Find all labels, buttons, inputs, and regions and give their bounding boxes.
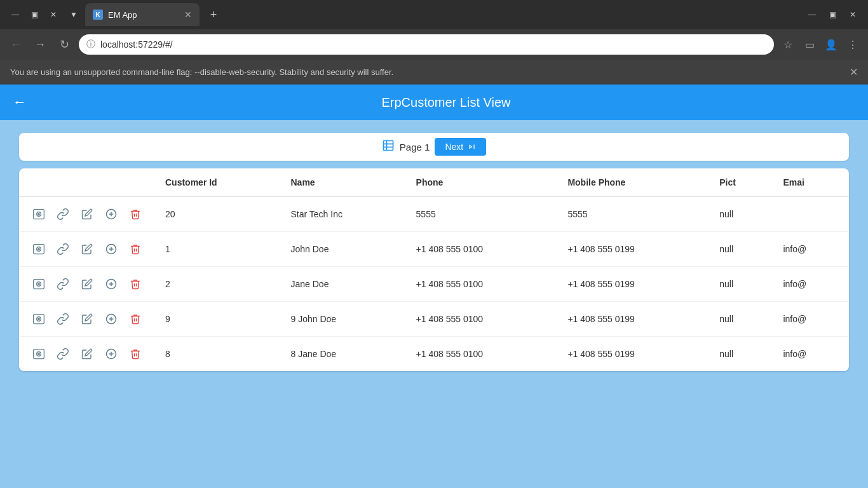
- delete-button[interactable]: [126, 344, 145, 363]
- add-button[interactable]: [102, 205, 121, 224]
- edit-button[interactable]: [78, 205, 97, 224]
- mobile-cell: +1 408 555 0199: [557, 267, 709, 302]
- row-actions: [29, 240, 145, 259]
- tab-favicon: K: [93, 10, 103, 20]
- customer-id-cell: 20: [155, 197, 280, 232]
- svg-point-18: [38, 283, 40, 285]
- view-button[interactable]: [29, 344, 48, 363]
- add-button[interactable]: [102, 309, 121, 329]
- app-title: ErpCustomer List View: [37, 95, 855, 110]
- svg-point-12: [38, 248, 40, 250]
- delete-button[interactable]: [126, 309, 145, 329]
- customer-id-cell: 2: [155, 267, 280, 302]
- edit-button[interactable]: [78, 344, 97, 363]
- edit-button[interactable]: [78, 309, 97, 329]
- table-icon: [382, 139, 395, 155]
- browser-nav-icons: ☆ ▭ 👤 ⋮: [779, 36, 862, 53]
- email-cell: info@: [773, 302, 849, 337]
- mobile-cell: +1 408 555 0199: [557, 232, 709, 267]
- customer-id-cell: 8: [155, 337, 280, 372]
- window-maximize-button[interactable]: ▣: [824, 6, 841, 24]
- phone-column-header: Phone: [406, 168, 558, 197]
- pagination-bar: Page 1 Next: [19, 133, 849, 161]
- warning-close-button[interactable]: ✕: [850, 66, 858, 78]
- table-row: 88 Jane Doe+1 408 555 0100+1 408 555 019…: [19, 337, 849, 372]
- delete-button[interactable]: [126, 274, 145, 294]
- close-button[interactable]: ✕: [44, 6, 62, 24]
- link-button[interactable]: [53, 274, 72, 294]
- bookmark-button[interactable]: ☆: [779, 36, 797, 53]
- minimize-button[interactable]: —: [6, 6, 24, 24]
- view-button[interactable]: [29, 240, 48, 259]
- reload-button[interactable]: ↻: [55, 35, 74, 54]
- menu-button[interactable]: ⋮: [844, 36, 862, 53]
- profile-button[interactable]: 👤: [822, 36, 840, 53]
- tab-dropdown-button[interactable]: ▼: [65, 6, 83, 24]
- new-tab-button[interactable]: +: [205, 6, 222, 24]
- phone-cell: +1 408 555 0100: [406, 337, 558, 372]
- tab-title: EM App: [108, 10, 179, 20]
- delete-button[interactable]: [126, 205, 145, 224]
- email-cell: [773, 197, 849, 232]
- row-actions: [29, 309, 145, 329]
- email-cell: info@: [773, 232, 849, 267]
- link-button[interactable]: [53, 344, 72, 363]
- app-back-button[interactable]: ←: [13, 94, 27, 111]
- view-button[interactable]: [29, 274, 48, 294]
- name-cell: Jane Doe: [280, 267, 405, 302]
- svg-point-24: [38, 318, 40, 320]
- warning-bar: You are using an unsupported command-lin…: [0, 60, 868, 85]
- skip-next-icon: [467, 142, 476, 151]
- link-button[interactable]: [53, 205, 72, 224]
- table-row: 2Jane Doe+1 408 555 0100+1 408 555 0199n…: [19, 267, 849, 302]
- link-button[interactable]: [53, 240, 72, 259]
- next-button[interactable]: Next: [435, 138, 486, 156]
- pict-cell: null: [709, 302, 773, 337]
- svg-point-6: [38, 214, 40, 215]
- back-navigation-button[interactable]: ←: [6, 35, 25, 54]
- app-header: ← ErpCustomer List View: [0, 85, 868, 120]
- add-button[interactable]: [102, 344, 121, 363]
- header-row: Customer Id Name Phone Mobile Phone Pict…: [19, 168, 849, 197]
- delete-button[interactable]: [126, 240, 145, 259]
- edit-button[interactable]: [78, 240, 97, 259]
- edit-button[interactable]: [78, 274, 97, 294]
- browser-titlebar: — ▣ ✕ ▼ K EM App ✕ + — ▣ ✕: [0, 0, 868, 29]
- svg-point-30: [38, 353, 40, 355]
- active-tab[interactable]: K EM App ✕: [85, 3, 200, 26]
- pict-column-header: Pict: [709, 168, 773, 197]
- name-column-header: Name: [280, 168, 405, 197]
- mobile-cell: +1 408 555 0199: [557, 337, 709, 372]
- view-button[interactable]: [29, 205, 48, 224]
- customer-id-cell: 1: [155, 232, 280, 267]
- link-button[interactable]: [53, 309, 72, 329]
- table-container: Customer Id Name Phone Mobile Phone Pict…: [19, 168, 849, 371]
- customer-table: Customer Id Name Phone Mobile Phone Pict…: [19, 168, 849, 371]
- address-bar[interactable]: ⓘ localhost:57229/#/: [79, 34, 774, 55]
- browser-controls: — ▣ ✕: [6, 6, 62, 24]
- phone-cell: +1 408 555 0100: [406, 302, 558, 337]
- name-cell: 9 John Doe: [280, 302, 405, 337]
- window-minimize-button[interactable]: —: [803, 6, 821, 24]
- pict-cell: null: [709, 232, 773, 267]
- forward-navigation-button[interactable]: →: [31, 35, 50, 54]
- row-actions: [29, 344, 145, 363]
- warning-text: You are using an unsupported command-lin…: [10, 67, 393, 77]
- restore-button[interactable]: ▣: [25, 6, 43, 24]
- name-cell: John Doe: [280, 232, 405, 267]
- next-label: Next: [445, 142, 463, 152]
- page-label: Page 1: [400, 142, 430, 152]
- window-close-button[interactable]: ✕: [844, 6, 862, 24]
- phone-cell: 5555: [406, 197, 558, 232]
- mobile-cell: +1 408 555 0199: [557, 302, 709, 337]
- view-button[interactable]: [29, 309, 48, 329]
- table-row: 20Star Tech Inc55555555null: [19, 197, 849, 232]
- cast-button[interactable]: ▭: [801, 36, 818, 53]
- main-content: Page 1 Next Customer Id Name Phone Mobil…: [0, 120, 868, 384]
- add-button[interactable]: [102, 240, 121, 259]
- actions-column-header: [19, 168, 155, 197]
- tab-close-button[interactable]: ✕: [184, 10, 192, 20]
- svg-rect-0: [383, 140, 393, 150]
- add-button[interactable]: [102, 274, 121, 294]
- mobile-phone-column-header: Mobile Phone: [557, 168, 709, 197]
